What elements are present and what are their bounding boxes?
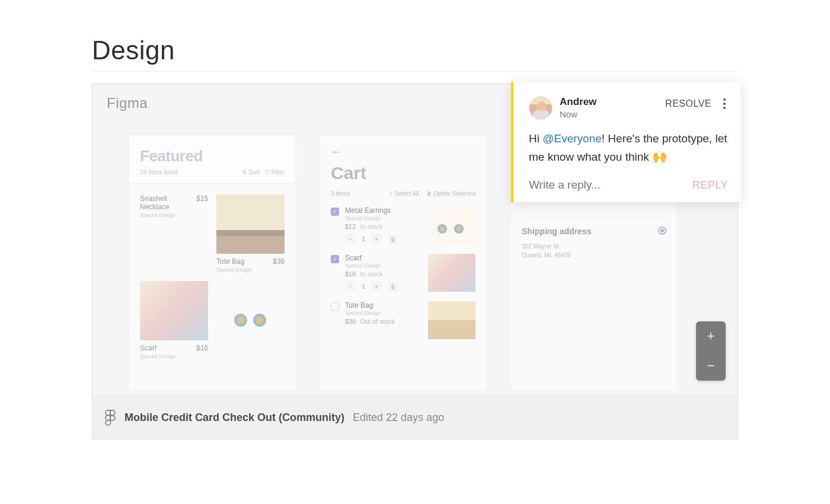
screen-featured: Featured 18 items listed ⇅ Sort ▽ Filter… <box>129 135 295 390</box>
product-card[interactable] <box>216 281 285 359</box>
product-price: $16 <box>196 344 208 352</box>
page-title: Design <box>92 36 738 72</box>
filter-button[interactable]: ▽ Filter <box>265 169 285 176</box>
shipping-address-line: 202 Wayne St, <box>522 242 591 251</box>
comment-card: Andrew Now RESOLVE Hi @Everyone! Here's … <box>511 82 741 202</box>
resolve-button[interactable]: RESOLVE <box>665 98 711 109</box>
sort-button[interactable]: ⇅ Sort <box>242 169 259 176</box>
product-thumb <box>140 281 208 340</box>
cart-item: Tote Bag Special Design $36 Out of stock <box>331 301 475 339</box>
zoom-out-button[interactable]: − <box>696 351 726 381</box>
mention[interactable]: @Everyone <box>542 132 602 145</box>
qty-value: 1 <box>358 283 369 290</box>
radio-selected-icon[interactable] <box>658 227 666 235</box>
avatar <box>529 96 553 120</box>
zoom-in-button[interactable]: + <box>696 321 726 351</box>
figma-footer: Mobile Credit Card Check Out (Community)… <box>92 396 738 439</box>
stock-badge: Out of stock <box>360 318 395 325</box>
featured-item-count: 18 items listed <box>140 169 178 176</box>
checkbox-icon[interactable]: ✓ <box>331 255 339 263</box>
delete-selected-button[interactable]: 🗑 Delete Selected <box>426 190 475 197</box>
checkbox-icon[interactable] <box>331 302 339 311</box>
product-card[interactable]: Tote Bag $36 Special Design <box>216 194 285 273</box>
trash-icon[interactable]: 🗑 <box>388 234 398 244</box>
qty-minus-button[interactable]: − <box>345 234 356 244</box>
back-arrow-icon[interactable]: ← <box>331 146 475 158</box>
figma-logo-icon <box>104 410 116 426</box>
product-price: $36 <box>273 257 285 266</box>
reply-input[interactable] <box>529 178 692 192</box>
comment-time: Now <box>560 109 596 119</box>
qty-value: 1 <box>358 236 369 243</box>
cart-title: Cart <box>331 163 475 183</box>
zoom-controls: + − <box>696 321 726 381</box>
product-sub: Special Design <box>216 267 285 273</box>
product-thumb <box>216 281 285 340</box>
cart-item-name: Metal Earrings <box>345 206 422 215</box>
hands-emoji-icon: 🙌 <box>652 150 667 163</box>
shipping-title: Shipping address <box>522 227 591 236</box>
cart-item-price: $12 <box>345 223 356 230</box>
cart-item-thumb <box>428 254 475 292</box>
product-price: $15 <box>196 194 208 211</box>
cart-item-sub: Special Design <box>345 215 422 221</box>
stock-badge: In stock <box>360 270 382 277</box>
cart-item-name: Scarf <box>345 254 422 262</box>
more-options-icon[interactable] <box>721 96 728 111</box>
qty-plus-button[interactable]: + <box>371 234 382 244</box>
shipping-address-line: Durand, MI, 48429 <box>522 251 591 260</box>
product-name: Seashell Necklace <box>140 194 196 211</box>
checkbox-icon[interactable]: ✓ <box>331 208 339 216</box>
product-card[interactable]: Seashell Necklace $15 Special Design <box>140 194 208 273</box>
product-name: Scarf <box>140 344 157 352</box>
product-sub: Special Design <box>140 353 208 359</box>
stock-badge: In stock <box>360 223 382 230</box>
select-all-button[interactable]: ✓ Select All <box>388 190 419 197</box>
product-card[interactable]: Scarf $16 Special Design <box>140 281 208 359</box>
product-thumb <box>216 194 285 254</box>
qty-plus-button[interactable]: + <box>371 281 382 292</box>
screen-cart: ← Cart 3 items ✓ Select All 🗑 Delete Sel… <box>320 135 486 390</box>
comment-body: Hi @Everyone! Here's the prototype, let … <box>529 130 728 165</box>
reply-button[interactable]: REPLY <box>692 179 728 192</box>
file-edited-meta: Edited 22 days ago <box>353 412 444 424</box>
cart-item-name: Tote Bag <box>345 301 422 310</box>
product-name: Tote Bag <box>216 257 244 266</box>
cart-count: 3 items <box>331 190 350 197</box>
comment-author: Andrew <box>560 96 596 108</box>
cart-item-price: $16 <box>345 270 356 277</box>
cart-item: ✓ Scarf Special Design $16 In stock − 1 … <box>331 254 475 292</box>
cart-item-thumb <box>428 301 475 339</box>
featured-title: Featured <box>140 147 285 165</box>
qty-minus-button[interactable]: − <box>345 281 356 292</box>
file-name: Mobile Credit Card Check Out (Community) <box>124 412 344 424</box>
cart-item-thumb <box>428 206 475 244</box>
cart-item-sub: Special Design <box>345 310 422 316</box>
trash-icon[interactable]: 🗑 <box>388 281 398 292</box>
product-sub: Special Design <box>140 212 208 218</box>
cart-item-sub: Special Design <box>345 263 422 269</box>
cart-item: ✓ Metal Earrings Special Design $12 In s… <box>331 206 475 244</box>
cart-item-price: $36 <box>345 318 356 325</box>
